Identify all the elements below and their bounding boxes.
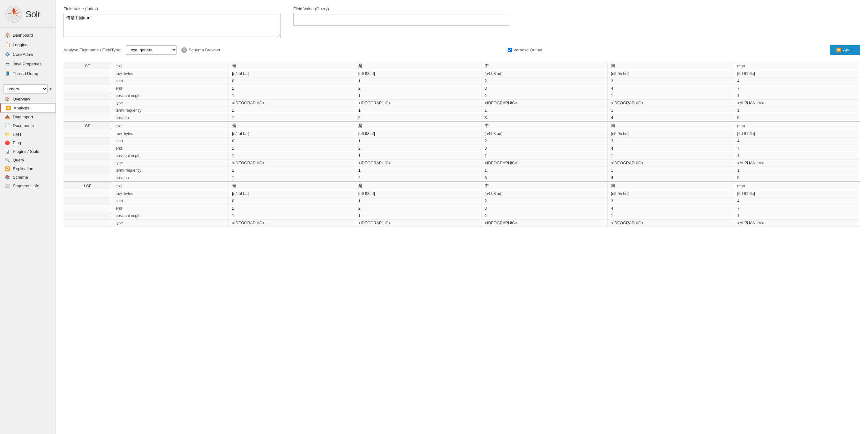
token-cell: [e5 9b bd] bbox=[608, 190, 734, 197]
section-id-empty bbox=[63, 145, 112, 152]
token-cell: 1 bbox=[355, 107, 481, 114]
sidebar-label-java-properties: Java Properties bbox=[13, 62, 41, 66]
token-cell: [e4 bf ba] bbox=[229, 130, 355, 137]
collection-selector[interactable]: orders ▼ bbox=[3, 84, 52, 93]
table-row: end12347 bbox=[63, 85, 860, 92]
section-id-empty bbox=[63, 167, 112, 174]
field-name-cell: type bbox=[112, 160, 228, 167]
field-name-cell: type bbox=[112, 99, 228, 107]
token-cell: 是 bbox=[355, 182, 481, 190]
verbose-output-checkbox[interactable] bbox=[508, 48, 512, 52]
section-id-empty bbox=[63, 99, 112, 107]
token-cell: 中 bbox=[481, 62, 608, 70]
sidebar-item-dashboard[interactable]: 🏠 Dashboard bbox=[0, 30, 56, 40]
sidebar-label-core-admin: Core Admin bbox=[13, 52, 34, 57]
field-name-cell: raw_bytes bbox=[112, 70, 228, 78]
sidebar-label-dashboard: Dashboard bbox=[13, 33, 33, 38]
token-cell: 4 bbox=[608, 85, 734, 92]
token-cell: <IDEOGRAPHIC> bbox=[229, 99, 355, 107]
token-cell: 0 bbox=[229, 197, 355, 205]
collection-chevron-icon: ▼ bbox=[49, 87, 52, 91]
dashboard-icon: 🏠 bbox=[4, 33, 10, 38]
token-cell: 1 bbox=[481, 167, 608, 174]
token-cell: 1 bbox=[481, 212, 608, 220]
table-row: positionLength11111 bbox=[63, 92, 860, 99]
fieldtype-select[interactable]: text_general text_en string bbox=[126, 45, 177, 55]
collection-nav-overview[interactable]: 🏠 Overview bbox=[0, 95, 56, 103]
token-cell: 1 bbox=[481, 92, 608, 99]
token-cell: 1 bbox=[229, 205, 355, 212]
analysis-grid: STtext俺是中国manraw_bytes[e4 bf ba][e6 98 a… bbox=[63, 62, 860, 227]
section-id-empty bbox=[63, 85, 112, 92]
global-nav: 🏠 Dashboard 📋 Logging ⚙️ Core Admin ☕ Ja… bbox=[0, 28, 56, 81]
analyse-button[interactable]: 🔽 Ana... bbox=[830, 45, 860, 55]
token-cell: [e5 9b bd] bbox=[608, 70, 734, 78]
section-id-empty bbox=[63, 78, 112, 85]
token-cell: 1 bbox=[229, 85, 355, 92]
table-row: position12345 bbox=[63, 114, 860, 122]
field-value-index-input[interactable]: 俺是中国man bbox=[63, 13, 280, 38]
section-id-empty bbox=[63, 205, 112, 212]
token-cell: man bbox=[734, 62, 860, 70]
token-cell: 1 bbox=[229, 114, 355, 122]
token-cell: 1 bbox=[355, 137, 481, 145]
token-cell: 1 bbox=[734, 107, 860, 114]
collection-label-ping: Ping bbox=[13, 141, 21, 145]
section-id-label: SF bbox=[63, 122, 112, 130]
sidebar-label-logging: Logging bbox=[13, 42, 27, 47]
field-name-cell: text bbox=[112, 62, 228, 70]
field-name-cell: positionLength bbox=[112, 152, 228, 160]
collection-nav-ping[interactable]: 🔴 Ping bbox=[0, 138, 56, 147]
sidebar-item-core-admin[interactable]: ⚙️ Core Admin bbox=[0, 50, 56, 59]
token-cell: <IDEOGRAPHIC> bbox=[355, 160, 481, 167]
collection-nav-query[interactable]: 🔍 Query bbox=[0, 156, 56, 164]
files-icon: 📁 bbox=[4, 132, 10, 136]
table-row: end12347 bbox=[63, 145, 860, 152]
query-icon: 🔍 bbox=[4, 158, 10, 162]
token-cell: [e5 9b bd] bbox=[608, 130, 734, 137]
sidebar-item-logging[interactable]: 📋 Logging bbox=[0, 40, 56, 50]
token-cell: 5 bbox=[734, 114, 860, 122]
token-cell: <IDEOGRAPHIC> bbox=[355, 99, 481, 107]
sidebar-item-thread-dump[interactable]: 🧵 Thread Dump bbox=[0, 69, 56, 78]
token-cell: 1 bbox=[229, 92, 355, 99]
collection-select[interactable]: orders bbox=[3, 84, 48, 93]
field-name-cell: start bbox=[112, 197, 228, 205]
token-cell: 是 bbox=[355, 62, 481, 70]
table-row: termFrequency11111 bbox=[63, 107, 860, 114]
field-name-cell: positionLength bbox=[112, 92, 228, 99]
section-id-empty bbox=[63, 152, 112, 160]
token-cell: [e6 98 af] bbox=[355, 70, 481, 78]
collection-nav-schema[interactable]: 📚 Schema bbox=[0, 173, 56, 182]
token-cell: <ALPHANUM> bbox=[734, 220, 860, 227]
java-properties-icon: ☕ bbox=[4, 61, 10, 66]
token-cell: 1 bbox=[608, 92, 734, 99]
field-name-cell: end bbox=[112, 205, 228, 212]
token-cell: 4 bbox=[608, 205, 734, 212]
collection-nav-plugins-stats[interactable]: 📊 Plugins / Stats bbox=[0, 147, 56, 156]
token-cell: 1 bbox=[734, 152, 860, 160]
token-cell: 1 bbox=[229, 212, 355, 220]
token-cell: 1 bbox=[608, 107, 734, 114]
token-cell: 2 bbox=[355, 85, 481, 92]
token-cell: 4 bbox=[608, 174, 734, 182]
section-id-empty bbox=[63, 130, 112, 137]
schema-browser-link[interactable]: ? Schema Browser bbox=[181, 47, 220, 53]
token-cell: 国 bbox=[608, 62, 734, 70]
collection-label-dataimport: Dataimport bbox=[13, 115, 33, 119]
collection-nav-replication[interactable]: 🔁 Replication bbox=[0, 164, 56, 173]
collection-nav-analysis[interactable]: 🔽 Analysis bbox=[0, 103, 56, 113]
token-cell: 1 bbox=[355, 92, 481, 99]
token-cell: [e4 b8 ad] bbox=[481, 70, 608, 78]
section-id-label: LCF bbox=[63, 182, 112, 190]
analyse-fieldname-label: Analyse Fieldname / FieldType: bbox=[63, 48, 121, 52]
schema-icon: 📚 bbox=[4, 175, 10, 180]
collection-nav-files[interactable]: 📁 Files bbox=[0, 130, 56, 138]
collection-nav-documents[interactable]: 📄 Documents bbox=[0, 121, 56, 130]
collection-nav-segments-info[interactable]: 📰 Segments info bbox=[0, 182, 56, 190]
sidebar-item-java-properties[interactable]: ☕ Java Properties bbox=[0, 59, 56, 69]
collection-nav-dataimport[interactable]: 📥 Dataimport bbox=[0, 113, 56, 121]
field-value-query-input[interactable] bbox=[293, 13, 510, 26]
section-id-empty bbox=[63, 212, 112, 220]
collection-label-plugins-stats: Plugins / Stats bbox=[13, 149, 39, 154]
